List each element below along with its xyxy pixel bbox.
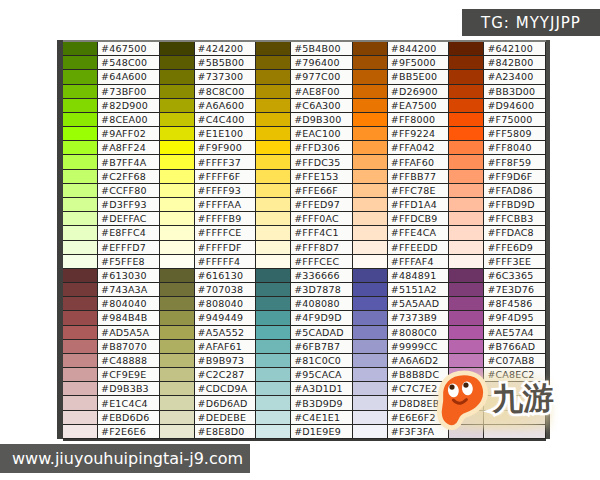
color-code: #FF8000 <box>388 113 450 127</box>
color-code: #5B4B00 <box>291 42 353 56</box>
color-swatch <box>353 85 388 99</box>
color-swatch <box>160 340 195 354</box>
color-swatch <box>63 396 98 410</box>
color-swatch <box>449 42 484 56</box>
color-code: #F2E6E6 <box>98 425 160 439</box>
color-swatch <box>63 425 98 439</box>
color-code: #D9B300 <box>291 113 353 127</box>
color-swatch <box>160 141 195 155</box>
color-swatch <box>353 141 388 155</box>
color-swatch <box>449 311 484 325</box>
color-swatch <box>353 396 388 410</box>
color-code: #C6A300 <box>291 99 353 113</box>
color-code: #C2FF68 <box>98 170 160 184</box>
color-code: #FFFFF4 <box>195 255 257 269</box>
color-swatch <box>256 170 291 184</box>
color-swatch <box>160 411 195 425</box>
color-code: #A3D1D1 <box>291 382 353 396</box>
color-swatch <box>160 198 195 212</box>
color-swatch <box>63 70 98 84</box>
color-code: #F9F900 <box>195 141 257 155</box>
color-code: #CCFF80 <box>98 184 160 198</box>
color-code: #9AFF02 <box>98 127 160 141</box>
color-swatch <box>160 368 195 382</box>
color-swatch <box>63 311 98 325</box>
color-swatch <box>449 255 484 269</box>
color-swatch <box>353 269 388 283</box>
color-code: #FF8040 <box>484 141 546 155</box>
color-code: #A6A600 <box>195 99 257 113</box>
color-swatch <box>63 255 98 269</box>
color-code: #B87070 <box>98 340 160 354</box>
color-code: #EAC100 <box>291 127 353 141</box>
jiuyou-mascot-icon <box>434 370 494 432</box>
color-swatch <box>256 155 291 169</box>
color-code: #642100 <box>484 42 546 56</box>
color-swatch <box>449 226 484 240</box>
color-code: #FFED97 <box>291 198 353 212</box>
color-swatch <box>256 99 291 113</box>
color-code: #984B4B <box>98 311 160 325</box>
color-code: #BB3D00 <box>484 85 546 99</box>
color-swatch <box>63 212 98 226</box>
color-swatch <box>449 170 484 184</box>
color-code: #E1E100 <box>195 127 257 141</box>
color-swatch <box>256 354 291 368</box>
color-swatch <box>353 354 388 368</box>
color-code: #CF9E9E <box>98 368 160 382</box>
color-code: #F75000 <box>484 113 546 127</box>
tg-watermark-badge: TG: MYYJJPP <box>462 9 600 36</box>
color-code: #4F9D9D <box>291 311 353 325</box>
color-swatch <box>256 255 291 269</box>
color-swatch <box>160 56 195 70</box>
color-code: #FF9224 <box>388 127 450 141</box>
color-swatch <box>353 70 388 84</box>
color-code: #9999CC <box>388 340 450 354</box>
color-swatch <box>256 326 291 340</box>
color-code: #737300 <box>195 70 257 84</box>
color-code: #548C00 <box>98 56 160 70</box>
color-swatch <box>353 255 388 269</box>
color-code: #AE8F00 <box>291 85 353 99</box>
color-swatch <box>160 283 195 297</box>
color-code: #8C8C00 <box>195 85 257 99</box>
color-code: #81C0C0 <box>291 354 353 368</box>
color-code: #EBD6D6 <box>98 411 160 425</box>
color-swatch <box>256 368 291 382</box>
color-swatch <box>63 340 98 354</box>
color-code: #DEDEBE <box>195 411 257 425</box>
color-code: #8F4586 <box>484 297 546 311</box>
color-swatch <box>160 241 195 255</box>
color-code: #FFAD86 <box>484 184 546 198</box>
color-code: #336666 <box>291 269 353 283</box>
color-swatch <box>63 85 98 99</box>
color-code: #9F4D95 <box>484 311 546 325</box>
color-swatch <box>63 241 98 255</box>
color-swatch <box>160 326 195 340</box>
color-swatch <box>63 354 98 368</box>
color-swatch <box>256 425 291 439</box>
color-code: #FFFFB9 <box>195 212 257 226</box>
color-swatch <box>449 340 484 354</box>
color-code: #95CACA <box>291 368 353 382</box>
color-swatch <box>256 269 291 283</box>
color-swatch <box>63 155 98 169</box>
color-code: #7373B9 <box>388 311 450 325</box>
color-swatch <box>63 269 98 283</box>
color-code: #5B5B00 <box>195 56 257 70</box>
color-code: #FFE4CA <box>388 226 450 240</box>
color-swatch <box>449 70 484 84</box>
color-code: #6FB7B7 <box>291 340 353 354</box>
color-swatch <box>63 226 98 240</box>
color-code: #B7FF4A <box>98 155 160 169</box>
color-swatch <box>160 382 195 396</box>
color-swatch <box>63 99 98 113</box>
color-swatch <box>256 226 291 240</box>
color-swatch <box>353 241 388 255</box>
color-swatch <box>449 155 484 169</box>
color-swatch <box>353 382 388 396</box>
color-swatch <box>160 396 195 410</box>
color-code: #82D900 <box>98 99 160 113</box>
color-code: #F5FFE8 <box>98 255 160 269</box>
color-swatch <box>160 297 195 311</box>
